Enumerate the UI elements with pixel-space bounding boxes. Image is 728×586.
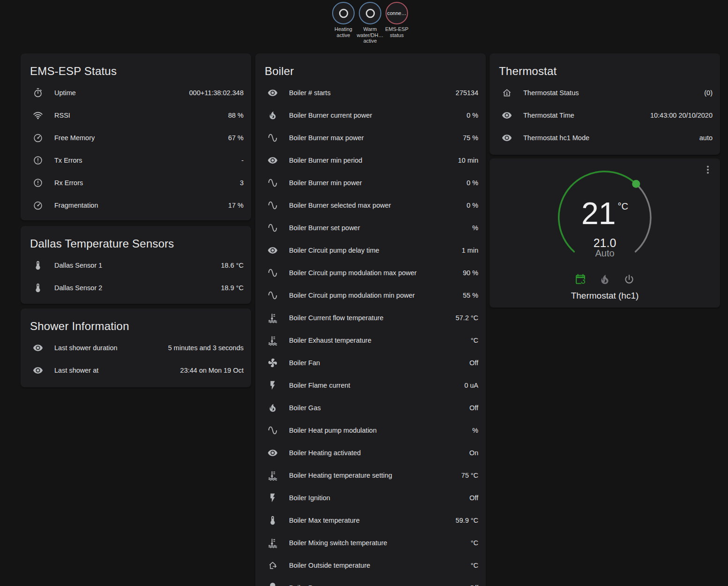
- wifi-icon: [33, 110, 43, 120]
- eye-icon: [267, 155, 278, 165]
- entity-value: 0 %: [461, 202, 478, 209]
- entity-value: 23:44 on Mon 19 Oct: [175, 367, 244, 374]
- coolant-icon: [267, 538, 278, 548]
- row-boiler-circuit-pump-delay-time[interactable]: Boiler Circuit pump delay time1 min: [263, 239, 478, 262]
- entity-label: Boiler Heat pump modulation: [289, 427, 377, 434]
- row-boiler-gas[interactable]: Boiler GasOff: [263, 397, 478, 419]
- entity-rows: Last shower duration5 minutes and 3 seco…: [28, 337, 244, 382]
- badge-heating-active[interactable]: Heating active: [330, 2, 357, 44]
- row-last-shower-duration[interactable]: Last shower duration5 minutes and 3 seco…: [28, 337, 244, 359]
- row-free-memory[interactable]: Free Memory67 %: [28, 127, 244, 149]
- row-boiler-heating-temperature-setting[interactable]: Boiler Heating temperature setting75 °C: [263, 464, 478, 487]
- entity-value: 3: [234, 179, 244, 187]
- card-ems-esp-status: EMS-ESP Status Uptime000+11:38:02.348RSS…: [21, 53, 251, 220]
- row-boiler-heating-activated[interactable]: Boiler Heating activatedOn: [263, 442, 478, 464]
- entity-value: Off: [464, 359, 478, 367]
- badge-circle[interactable]: conne…: [386, 2, 408, 24]
- mode-off-button[interactable]: [623, 273, 635, 285]
- card-title: Shower Information: [30, 320, 242, 333]
- row-boiler-mixing-switch-temperature[interactable]: Boiler Mixing switch temperature°C: [263, 532, 478, 554]
- row-thermostat-hc1-mode[interactable]: Thermostat hc1 Modeauto: [497, 127, 713, 149]
- card-thermostat: Thermostat Thermostat Status(0)Thermosta…: [490, 53, 720, 155]
- entity-value: 75 %: [457, 134, 478, 142]
- row-rx-errors[interactable]: Rx Errors3: [28, 172, 244, 194]
- row-last-shower-at[interactable]: Last shower at23:44 on Mon 19 Oct: [28, 359, 244, 382]
- badge-label: EMS-ESP status: [385, 26, 409, 38]
- entity-value: Off: [464, 584, 478, 586]
- pump-icon: [267, 583, 278, 586]
- entity-rows: Dallas Sensor 118.6 °CDallas Sensor 218.…: [28, 254, 244, 299]
- entity-label: Boiler Burner selected max power: [289, 202, 391, 209]
- row-uptime[interactable]: Uptime000+11:38:02.348: [28, 82, 244, 104]
- coolant-icon: [267, 335, 278, 346]
- dial-handle[interactable]: [632, 180, 640, 188]
- entity-value: 18.9 °C: [215, 284, 244, 292]
- row-boiler-current-flow-temperature[interactable]: Boiler Current flow temperature57.2 °C: [263, 307, 478, 329]
- card-boiler: Boiler Boiler # starts275134Boiler Burne…: [255, 53, 486, 586]
- entity-label: Boiler Flame current: [289, 382, 350, 389]
- circle-ring-icon: [337, 7, 350, 20]
- entity-label: Boiler Heating activated: [289, 449, 361, 457]
- entity-value: °C: [465, 337, 478, 344]
- row-dallas-sensor-2[interactable]: Dallas Sensor 218.9 °C: [28, 277, 244, 299]
- row-dallas-sensor-1[interactable]: Dallas Sensor 118.6 °C: [28, 254, 244, 277]
- row-boiler-ignition[interactable]: Boiler IgnitionOff: [263, 487, 478, 509]
- entity-label: Uptime: [54, 89, 76, 97]
- row-boiler-circuit-pump-modulation-min-power[interactable]: Boiler Circuit pump modulation min power…: [263, 284, 478, 307]
- card-dallas-temperature-sensors: Dallas Temperature Sensors Dallas Sensor…: [21, 226, 251, 304]
- row-boiler-heat-pump-modulation[interactable]: Boiler Heat pump modulation%: [263, 419, 478, 442]
- row-boiler-burner-min-period[interactable]: Boiler Burner min period10 min: [263, 149, 478, 172]
- row-boiler-pump[interactable]: Boiler PumpOff: [263, 577, 478, 586]
- entity-value: 0 %: [461, 112, 478, 119]
- row-boiler-outside-temperature[interactable]: Boiler Outside temperature°C: [263, 554, 478, 577]
- entity-rows: Thermostat Status(0)Thermostat Time10:43…: [497, 82, 713, 149]
- badge-circle[interactable]: [332, 2, 355, 24]
- row-thermostat-time[interactable]: Thermostat Time10:43:00 20/10/2020: [497, 104, 713, 127]
- entity-label: Boiler Pump: [289, 584, 326, 586]
- row-boiler-max-temperature[interactable]: Boiler Max temperature59.9 °C: [263, 509, 478, 532]
- badge-warm-water-active[interactable]: Warm water/DH… active: [357, 2, 383, 44]
- eye-icon: [33, 343, 43, 353]
- badge-circle[interactable]: [359, 2, 381, 24]
- row-tx-errors[interactable]: Tx Errors-: [28, 149, 244, 172]
- row-rssi[interactable]: RSSI88 %: [28, 104, 244, 127]
- temperature-unit: °C: [617, 201, 628, 211]
- entity-value: 1 min: [456, 247, 478, 254]
- row-boiler-burner-max-power[interactable]: Boiler Burner max power75 %: [263, 127, 478, 149]
- entity-value: Off: [464, 494, 478, 502]
- row-boiler-starts[interactable]: Boiler # starts275134: [263, 82, 478, 104]
- entity-label: Boiler Heating temperature setting: [289, 472, 392, 479]
- entity-value: 17 %: [223, 202, 244, 209]
- row-boiler-burner-selected-max-power[interactable]: Boiler Burner selected max power0 %: [263, 194, 478, 217]
- entity-value: -: [236, 157, 244, 164]
- entity-value: 57.2 °C: [450, 314, 478, 322]
- flash-icon: [267, 493, 278, 503]
- mode-auto-button[interactable]: [574, 273, 587, 285]
- row-boiler-circuit-pump-modulation-max-power[interactable]: Boiler Circuit pump modulation max power…: [263, 262, 478, 284]
- fire-icon: [599, 273, 611, 285]
- coolant-icon: [267, 470, 278, 481]
- row-fragmentation[interactable]: Fragmentation17 %: [28, 194, 244, 217]
- row-boiler-burner-min-power[interactable]: Boiler Burner min power0 %: [263, 172, 478, 194]
- badge-row: Heating active Warm water/DH… active con…: [330, 2, 410, 44]
- mode-heat-button[interactable]: [599, 273, 611, 285]
- entity-value: 55 %: [457, 292, 478, 299]
- badge-ems-esp-status[interactable]: conne… EMS-ESP status: [384, 2, 410, 44]
- entity-value: 10 min: [452, 157, 478, 164]
- entity-value: 67 %: [223, 134, 244, 142]
- entity-label: Boiler Circuit pump modulation min power: [289, 292, 415, 299]
- entity-label: Boiler Current flow temperature: [289, 314, 383, 322]
- row-boiler-burner-current-power[interactable]: Boiler Burner current power0 %: [263, 104, 478, 127]
- badge-label: Heating active: [334, 26, 352, 38]
- row-boiler-burner-set-power[interactable]: Boiler Burner set power%: [263, 217, 478, 239]
- row-thermostat-status[interactable]: Thermostat Status(0): [497, 82, 713, 104]
- entity-rows: Boiler # starts275134Boiler Burner curre…: [263, 82, 478, 586]
- eye-icon: [267, 88, 278, 98]
- entity-label: Boiler Outside temperature: [289, 562, 370, 569]
- row-boiler-fan[interactable]: Boiler FanOff: [263, 352, 478, 374]
- row-boiler-flame-current[interactable]: Boiler Flame current0 uA: [263, 374, 478, 397]
- current-temperature-value: 21: [581, 196, 616, 231]
- current-temperature: 21°C: [490, 198, 720, 229]
- entity-value: (0): [698, 89, 713, 97]
- row-boiler-exhaust-temperature[interactable]: Boiler Exhaust temperature°C: [263, 329, 478, 352]
